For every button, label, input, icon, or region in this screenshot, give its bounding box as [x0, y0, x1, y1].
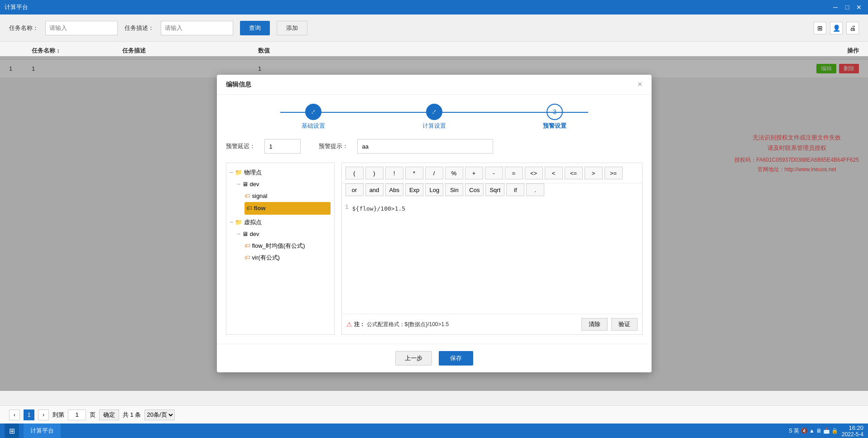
note-label: 注： — [354, 321, 365, 328]
tree-row-physical[interactable]: ─ 📁 物理点 — [230, 167, 331, 178]
op-button[interactable]: Sin — [445, 183, 463, 196]
steps-line — [280, 112, 588, 113]
modal-footer: 上一步 保存 — [217, 344, 652, 372]
close-button[interactable]: ✕ — [854, 3, 863, 12]
tree-node-dev1: ─ 🖥 dev 🏷 signal — [230, 178, 331, 215]
clear-button[interactable]: 清除 — [581, 318, 608, 331]
content-row: ─ 📁 物理点 ─ 🖥 dev — [226, 163, 643, 335]
op-row-1: ()!*/%+-=<><<=>>= — [342, 163, 642, 183]
op-button[interactable]: ! — [385, 167, 403, 179]
tree-row-signal[interactable]: 🏷 signal — [245, 190, 331, 202]
step-2: ✓ 计算设置 — [374, 104, 494, 130]
verify-button[interactable]: 验证 — [611, 318, 638, 331]
op-button[interactable]: = — [505, 167, 523, 179]
start-button[interactable]: ⊞ — [5, 424, 19, 438]
op-button[interactable]: if — [506, 183, 524, 196]
step-3: 3 预警设置 — [494, 104, 615, 130]
op-button[interactable]: Sqrt — [485, 183, 504, 196]
user-icon-button[interactable]: 👤 — [830, 22, 843, 34]
tree-row-flow[interactable]: 🏷 flow — [245, 202, 331, 215]
tree-text-flow-avg: flow_时均值(有公式) — [252, 241, 305, 251]
op-button[interactable]: Log — [425, 183, 443, 196]
op-button[interactable]: Exp — [405, 183, 423, 196]
op-button[interactable]: / — [425, 167, 443, 179]
op-button[interactable]: Abs — [385, 183, 403, 196]
tag-icon-signal: 🏷 — [245, 191, 250, 202]
op-button[interactable]: and — [365, 183, 384, 196]
page-goto-input[interactable] — [68, 409, 86, 420]
per-page-select[interactable]: 20条/页 — [144, 409, 175, 420]
op-button[interactable]: or — [345, 183, 364, 196]
tree-node-physical: ─ 📁 物理点 ─ 🖥 dev — [230, 167, 331, 215]
tag-icon-flow: 🏷 — [246, 203, 252, 214]
save-button[interactable]: 保存 — [439, 351, 473, 366]
date-display: 2022-5-4 — [842, 431, 863, 438]
hint-label: 预警提示： — [319, 142, 348, 150]
toggle-dev1: ─ — [237, 179, 240, 190]
op-button[interactable]: * — [405, 167, 423, 179]
note-text: 公式配置格式：${数据点}/100>1.5 — [367, 321, 449, 328]
op-button[interactable]: >= — [604, 167, 623, 179]
print-icon-button[interactable]: 🖨 — [846, 22, 859, 34]
op-button[interactable]: <> — [525, 167, 543, 179]
title-bar: 计算平台 ─ □ ✕ — [0, 0, 868, 14]
toolbar: 任务名称： 任务描述： 查询 添加 ⊞ 👤 🖨 — [0, 14, 868, 42]
note-actions: 清除 验证 — [581, 318, 638, 331]
note-content: ⚠ 注： 公式配置格式：${数据点}/100>1.5 — [346, 321, 449, 328]
step-label-3: 预警设置 — [543, 122, 566, 130]
task-desc-label: 任务描述： — [125, 24, 154, 32]
task-desc-input[interactable] — [161, 21, 233, 35]
next-page-button[interactable]: › — [38, 409, 49, 420]
tree-row-dev1[interactable]: ─ 🖥 dev — [237, 178, 331, 190]
op-button[interactable]: . — [526, 183, 544, 196]
formula-empty-area[interactable] — [342, 217, 642, 314]
window-controls: ─ □ ✕ — [831, 3, 863, 12]
tree-text-physical: 物理点 — [244, 167, 262, 178]
toggle-dev2: ─ — [237, 229, 240, 240]
query-button[interactable]: 查询 — [240, 21, 270, 35]
op-button[interactable]: % — [445, 167, 463, 179]
step-label-1: 基础设置 — [302, 122, 325, 130]
pagination: ‹ 1 › 到第 页 确定 共 1 条 20条/页 — [0, 405, 868, 424]
step-1: ✓ 基础设置 — [253, 104, 374, 130]
tree-node-virtual: ─ 📁 虚拟点 ─ 🖥 dev — [230, 217, 331, 264]
op-button[interactable]: <= — [565, 167, 583, 179]
task-name-input[interactable] — [45, 21, 118, 35]
monitor-icon-dev2: 🖥 — [242, 229, 248, 240]
prev-page-button[interactable]: ‹ — [9, 409, 20, 420]
op-button[interactable]: < — [545, 167, 563, 179]
tree-row-vir[interactable]: 🏷 vir(有公式) — [245, 252, 331, 264]
table-icon-button[interactable]: ⊞ — [814, 22, 826, 34]
op-row-2: orandAbsExpLogSinCosSqrtif. — [342, 183, 642, 200]
line-number: 1 — [345, 203, 352, 214]
op-button[interactable]: - — [485, 167, 503, 179]
tree-row-virtual[interactable]: ─ 📁 虚拟点 — [230, 217, 331, 228]
taskbar-app-item[interactable]: 计算平台 — [24, 424, 61, 438]
op-button[interactable]: ) — [365, 167, 384, 179]
tray-icons: S 英 🔇 ▲ 🖥 📩 🔒 — [789, 427, 838, 435]
hint-input[interactable] — [357, 139, 493, 154]
delay-input[interactable] — [264, 139, 301, 154]
maximize-button[interactable]: □ — [843, 3, 852, 12]
bottom-right: S 英 🔇 ▲ 🖥 📩 🔒 16:20 2022-5-4 — [789, 424, 863, 438]
page-confirm-button[interactable]: 确定 — [99, 409, 119, 420]
modal-close-button[interactable]: × — [638, 80, 643, 89]
col-header-num: 数值 — [258, 47, 326, 55]
formula-panel: ()!*/%+-=<><<=>>= orandAbsExpLogSinCosSq… — [341, 163, 643, 335]
add-button[interactable]: 添加 — [277, 21, 307, 35]
minimize-button[interactable]: ─ — [831, 3, 840, 12]
op-button[interactable]: ( — [345, 167, 364, 179]
page-label: 页 — [90, 411, 96, 419]
tree-row-flow-avg[interactable]: 🏷 flow_时均值(有公式) — [245, 240, 331, 252]
op-button[interactable]: > — [585, 167, 603, 179]
current-page-button[interactable]: 1 — [24, 409, 34, 420]
prev-step-button[interactable]: 上一步 — [395, 351, 432, 366]
step-line-1 — [280, 112, 434, 113]
formula-content[interactable]: ${flow}/100>1.5 — [352, 203, 638, 214]
bottom-bar: ⊞ 计算平台 S 英 🔇 ▲ 🖥 📩 🔒 16:20 2022-5-4 — [0, 424, 868, 438]
op-button[interactable]: Cos — [465, 183, 484, 196]
total-label: 共 1 条 — [123, 411, 141, 419]
op-button[interactable]: + — [465, 167, 483, 179]
form-row: 预警延迟： 预警提示： — [226, 139, 643, 154]
tree-row-dev2[interactable]: ─ 🖥 dev — [237, 228, 331, 240]
